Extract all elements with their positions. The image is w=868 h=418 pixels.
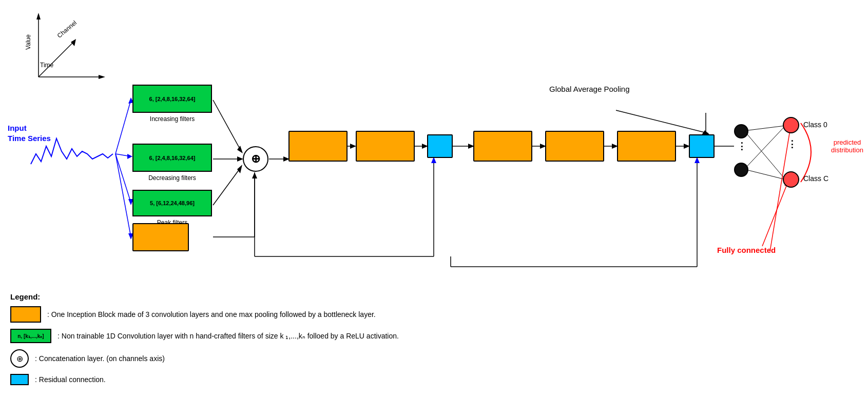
nn-nodes-dots: ⋮ xyxy=(737,141,746,152)
value-axis-label: Value xyxy=(25,34,32,50)
legend-concat-text: : Concatenation layer. (on channels axis… xyxy=(35,354,165,363)
fully-connected-label: Fully connected xyxy=(717,246,776,254)
output-node-class0 xyxy=(783,117,799,133)
svg-marker-19 xyxy=(237,165,242,173)
legend-area: Legend: : One Inception Block made of 3 … xyxy=(10,292,399,391)
svg-line-52 xyxy=(744,126,785,169)
legend-cyan-icon xyxy=(10,374,29,385)
legend-item-green: n, [k₁,...,kₙ] : Non trainable 1D Convol… xyxy=(10,329,399,343)
channel-axis-label: Channel xyxy=(56,19,78,39)
legend-orange-text: : One Inception Block made of 3 convolut… xyxy=(47,310,376,319)
svg-line-50 xyxy=(744,126,785,131)
filter-block-decreasing: 6, [2,4,8,16,32,64] xyxy=(132,144,212,172)
global-avg-pooling-label: Global Average Pooling xyxy=(549,85,630,93)
time-axis-label: Time xyxy=(40,62,53,69)
legend-item-concat: ⊕ : Concatenation layer. (on channels ax… xyxy=(10,349,399,368)
inception-block-2 xyxy=(356,131,415,162)
svg-line-48 xyxy=(616,110,708,133)
svg-line-54 xyxy=(762,182,788,246)
svg-line-14 xyxy=(213,100,241,151)
legend-green-text: : Non trainable 1D Convolution layer wit… xyxy=(57,332,399,340)
svg-marker-9 xyxy=(127,154,132,159)
nn-node-2 xyxy=(734,163,748,177)
inception-block-input xyxy=(132,223,189,251)
legend-title: Legend: xyxy=(10,292,399,301)
input-time-series-label: InputTime Series xyxy=(8,123,51,143)
svg-line-6 xyxy=(115,100,131,154)
svg-marker-15 xyxy=(237,146,243,153)
output-nodes-dots: ⋮ xyxy=(787,138,797,150)
class-c-label: Class C xyxy=(803,174,828,183)
filter-block-increasing: 6, [2,4,8,16,32,64] xyxy=(132,85,212,113)
inception-block-4 xyxy=(545,131,604,162)
filter-label-decreasing: Decreasing filters xyxy=(132,174,212,182)
svg-line-18 xyxy=(213,167,241,205)
svg-marker-3 xyxy=(99,75,105,79)
inception-block-5 xyxy=(617,131,676,162)
svg-line-53 xyxy=(744,169,785,180)
svg-line-4 xyxy=(38,41,74,77)
residual-block-1 xyxy=(427,134,453,158)
nn-node-1 xyxy=(734,124,748,138)
legend-concat-icon: ⊕ xyxy=(10,349,29,368)
svg-line-12 xyxy=(115,154,131,237)
filter-label-increasing: Increasing filters xyxy=(132,115,212,123)
svg-line-10 xyxy=(115,154,131,203)
svg-marker-5 xyxy=(71,39,76,46)
residual-block-2 xyxy=(689,134,715,158)
class-0-label: Class 0 xyxy=(803,121,827,129)
svg-line-51 xyxy=(744,131,785,180)
legend-item-cyan: : Residual connection. xyxy=(10,374,399,385)
diagram-container: Value Time Channel InputTime Series 6, [… xyxy=(0,0,868,418)
predicted-distribution-label: predicted distribution xyxy=(826,138,868,154)
concat-circle: ⊕ xyxy=(243,146,268,172)
inception-block-1 xyxy=(288,131,348,162)
legend-green-icon: n, [k₁,...,kₙ] xyxy=(10,329,51,343)
svg-marker-1 xyxy=(36,13,41,19)
legend-cyan-text: : Residual connection. xyxy=(35,375,106,384)
svg-marker-22 xyxy=(252,172,257,178)
legend-item-orange: : One Inception Block made of 3 convolut… xyxy=(10,306,399,323)
output-node-classC xyxy=(783,171,799,188)
legend-orange-icon xyxy=(10,306,41,323)
svg-line-8 xyxy=(115,154,131,156)
filter-block-peak: 5, [6,12,24,48,96] xyxy=(132,190,212,216)
inception-block-3 xyxy=(473,131,532,162)
